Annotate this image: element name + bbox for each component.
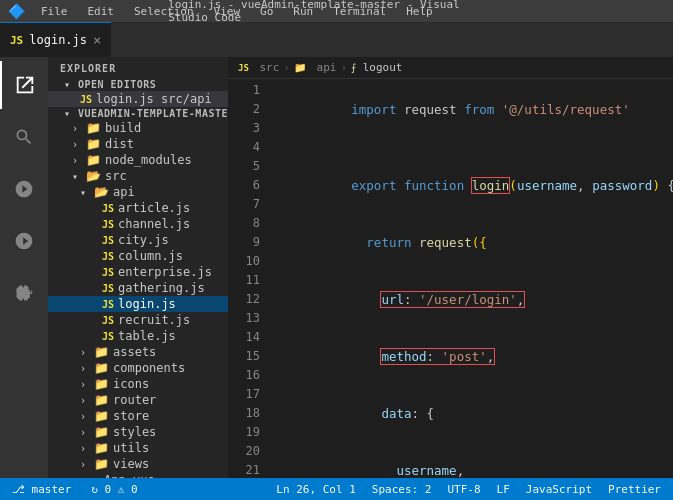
breadcrumb-logout[interactable]: ⨍ logout	[351, 61, 402, 74]
tree-item-label: assets	[113, 345, 156, 359]
tree-item-label: city.js	[118, 233, 169, 247]
chevron-down-icon: ▾	[64, 108, 78, 119]
folder-icon: 📁	[86, 153, 101, 167]
menu-edit[interactable]: Edit	[84, 3, 119, 20]
status-encoding[interactable]: UTF-8	[443, 483, 484, 496]
tree-city[interactable]: JS city.js	[48, 232, 228, 248]
chevron-right-icon: ›	[80, 347, 94, 358]
activity-git[interactable]	[0, 165, 48, 213]
open-editors-header[interactable]: ▾ OPEN EDITORS	[48, 78, 228, 91]
tree-icons[interactable]: › 📁 icons	[48, 376, 228, 392]
tree-channel[interactable]: JS channel.js	[48, 216, 228, 232]
js-file-icon: JS	[102, 283, 114, 294]
activity-bar	[0, 57, 48, 478]
activity-extensions[interactable]	[0, 269, 48, 317]
tree-recruit[interactable]: JS recruit.js	[48, 312, 228, 328]
tab-label: login.js	[29, 33, 87, 47]
tree-enterprise[interactable]: JS enterprise.js	[48, 264, 228, 280]
tree-node-modules[interactable]: › 📁 node_modules	[48, 152, 228, 168]
tree-item-label: column.js	[118, 249, 183, 263]
tree-gathering[interactable]: JS gathering.js	[48, 280, 228, 296]
folder-icon: 📁	[94, 377, 109, 391]
status-spaces[interactable]: Spaces: 2	[368, 483, 436, 496]
js-file-icon: JS	[102, 331, 114, 342]
open-file-login[interactable]: JS login.js src/api	[48, 91, 228, 107]
menu-file[interactable]: File	[37, 3, 72, 20]
tree-item-label: views	[113, 457, 149, 471]
tree-item-label: table.js	[118, 329, 176, 343]
tree-item-label: node_modules	[105, 153, 192, 167]
editor-area: JS src › 📁 api › ⨍ logout 123456 7891011…	[228, 57, 673, 478]
tab-close-button[interactable]: ×	[93, 33, 101, 47]
status-eol[interactable]: LF	[493, 483, 514, 496]
tree-styles[interactable]: › 📁 styles	[48, 424, 228, 440]
main-layout: EXPLORER ▾ OPEN EDITORS JS login.js src/…	[0, 57, 673, 478]
code-content[interactable]: import request from '@/utils/request' ex…	[268, 79, 673, 478]
folder-icon: 📁	[94, 441, 109, 455]
activity-search[interactable]	[0, 113, 48, 161]
tree-build[interactable]: › 📁 build	[48, 120, 228, 136]
code-editor[interactable]: 123456 789101112 131415161718 1920212223…	[228, 79, 673, 478]
status-formatter[interactable]: Prettier	[604, 483, 665, 496]
js-file-icon: JS	[102, 203, 114, 214]
tree-api[interactable]: ▾ 📂 api	[48, 184, 228, 200]
breadcrumb-src[interactable]: JS src	[238, 61, 279, 74]
tree-table[interactable]: JS table.js	[48, 328, 228, 344]
window-title: login.js - vueAdmin-template-master - Vi…	[168, 0, 505, 24]
breadcrumb-api[interactable]: 📁 api	[294, 61, 337, 74]
tree-column[interactable]: JS column.js	[48, 248, 228, 264]
tree-views[interactable]: › 📁 views	[48, 456, 228, 472]
tree-utils[interactable]: › 📁 utils	[48, 440, 228, 456]
js-file-icon: JS	[102, 315, 114, 326]
tab-bar: JS login.js ×	[0, 22, 673, 57]
tree-item-label: router	[113, 393, 156, 407]
status-sync[interactable]: ↻ 0 ⚠ 0	[87, 483, 141, 496]
js-icon: JS	[10, 34, 23, 47]
chevron-right-icon: ›	[80, 379, 94, 390]
chevron-right-icon: ›	[80, 443, 94, 454]
line-numbers: 123456 789101112 131415161718 1920212223…	[228, 79, 268, 478]
js-file-icon: JS	[80, 94, 92, 105]
tree-item-label: dist	[105, 137, 134, 151]
tree-item-label: utils	[113, 441, 149, 455]
status-language[interactable]: JavaScript	[522, 483, 596, 496]
status-right: Ln 26, Col 1 Spaces: 2 UTF-8 LF JavaScri…	[272, 483, 665, 496]
tree-store[interactable]: › 📁 store	[48, 408, 228, 424]
folder-icon: 📁	[94, 361, 109, 375]
folder-icon: 📁	[86, 121, 101, 135]
tree-src[interactable]: ▾ 📂 src	[48, 168, 228, 184]
tree-item-label: channel.js	[118, 217, 190, 231]
tree-dist[interactable]: › 📁 dist	[48, 136, 228, 152]
code-line-6: method: 'post',	[276, 328, 673, 385]
activity-debug[interactable]	[0, 217, 48, 265]
tree-article[interactable]: JS article.js	[48, 200, 228, 216]
status-branch[interactable]: ⎇ master	[8, 483, 75, 496]
folder-icon: 📁	[294, 62, 306, 73]
breadcrumb-sep: ›	[283, 61, 290, 74]
code-line-4: return request({	[276, 214, 673, 271]
tree-router[interactable]: › 📁 router	[48, 392, 228, 408]
app-icon: 🔷	[8, 3, 25, 19]
js-file-icon: JS	[102, 235, 114, 246]
code-line-5: url: '/user/login',	[276, 271, 673, 328]
explorer-header[interactable]: EXPLORER	[48, 57, 228, 78]
folder-icon: 📁	[94, 393, 109, 407]
tree-login[interactable]: JS login.js	[48, 296, 228, 312]
tab-login-js[interactable]: JS login.js ×	[0, 22, 111, 57]
breadcrumb-sep: ›	[340, 61, 347, 74]
status-position[interactable]: Ln 26, Col 1	[272, 483, 359, 496]
tree-item-label: store	[113, 409, 149, 423]
activity-explorer[interactable]	[0, 61, 48, 109]
chevron-right-icon: ›	[80, 427, 94, 438]
chevron-right-icon: ›	[80, 363, 94, 374]
vueadmin-header[interactable]: ▾ VUEADMIN-TEMPLATE-MASTER	[48, 107, 228, 120]
tree-assets[interactable]: › 📁 assets	[48, 344, 228, 360]
chevron-right-icon: ›	[72, 155, 86, 166]
chevron-down-icon: ▾	[72, 171, 86, 182]
chevron-right-icon: ›	[80, 411, 94, 422]
tree-item-label: recruit.js	[118, 313, 190, 327]
tree-components[interactable]: › 📁 components	[48, 360, 228, 376]
tree-item-label: article.js	[118, 201, 190, 215]
tree-item-label: api	[113, 185, 135, 199]
code-line-1: import request from '@/utils/request'	[276, 81, 673, 138]
